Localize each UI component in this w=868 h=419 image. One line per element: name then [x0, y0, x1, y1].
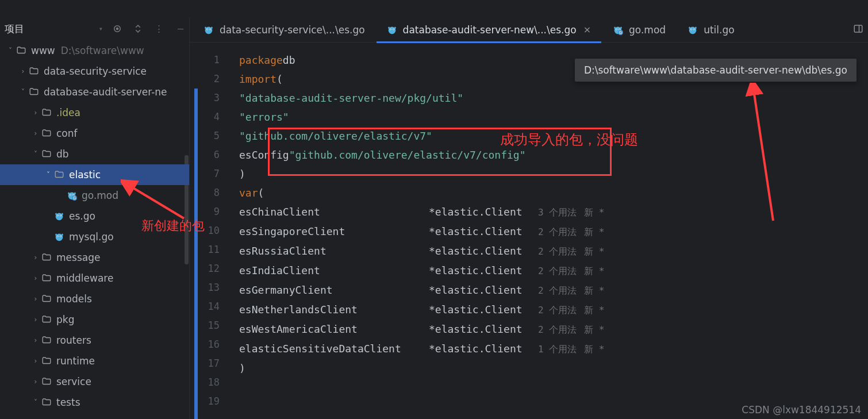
- folder-icon: [40, 335, 53, 345]
- project-tree[interactable]: ˅wwwD:\software\www›data-security-servic…: [0, 40, 189, 419]
- code-line[interactable]: elasticSensitiveDataClient*elastic.Clien…: [239, 339, 868, 359]
- tree-item-label: routers: [56, 335, 91, 346]
- tree-file[interactable]: ·mysql.go: [0, 226, 189, 247]
- tree-file[interactable]: ·es.go: [0, 206, 189, 226]
- code-line[interactable]: var (: [239, 183, 868, 202]
- tree-item-label: models: [56, 293, 92, 305]
- tree-folder[interactable]: ›runtime: [0, 351, 189, 371]
- folder-icon: [40, 294, 53, 304]
- tree-item-label: .idea: [56, 107, 80, 118]
- tree-folder[interactable]: ›.idea: [0, 102, 189, 123]
- svg-point-29: [210, 29, 210, 29]
- tree-folder[interactable]: ›pkg: [0, 309, 189, 330]
- tree-folder[interactable]: ˅db: [0, 144, 189, 164]
- tree-file[interactable]: ·Ggo.mod: [0, 185, 189, 206]
- split-right-icon[interactable]: [853, 24, 863, 36]
- tree-arrow-icon[interactable]: ›: [31, 109, 40, 117]
- code-line[interactable]: esWestAmericaClient*elastic.Client2 个用法 …: [239, 320, 868, 339]
- svg-point-52: [694, 29, 694, 29]
- tree-arrow-icon[interactable]: ˅: [31, 398, 40, 406]
- folder-icon: [28, 66, 40, 76]
- tree-folder[interactable]: ›message: [0, 247, 189, 268]
- tree-folder[interactable]: ˅elastic: [0, 164, 189, 185]
- svg-point-30: [205, 26, 206, 29]
- chevron-down-icon[interactable]: ▾: [99, 25, 103, 33]
- tree-arrow-icon[interactable]: ›: [31, 357, 40, 365]
- gutter: 12345678910111213141516171819: [194, 43, 229, 419]
- svg-point-23: [55, 234, 57, 236]
- tree-item-label: db: [56, 148, 69, 160]
- code-line[interactable]: esGermanyClient*elastic.Client2 个用法 新 *: [239, 280, 868, 300]
- svg-point-7: [68, 193, 70, 195]
- svg-point-36: [393, 29, 394, 29]
- code-line[interactable]: esIndiaClient*elastic.Client2 个用法 新 *: [239, 261, 868, 280]
- sidebar-title[interactable]: 项目: [5, 22, 24, 36]
- tree-arrow-icon[interactable]: ›: [31, 378, 40, 386]
- tree-arrow-icon[interactable]: ›: [31, 336, 40, 344]
- code-line[interactable]: esConfig "github.com/olivere/elastic/v7/…: [239, 145, 868, 164]
- code-line[interactable]: esRussiaClient*elastic.Client2 个用法 新 *: [239, 241, 868, 261]
- tree-item-label: pkg: [56, 314, 74, 325]
- tree-arrow-icon[interactable]: ›: [31, 295, 40, 303]
- go-package-icon: G: [613, 25, 623, 35]
- tree-folder[interactable]: ›data-security-service: [0, 61, 189, 82]
- path-tooltip: D:\software\www\database-audit-server-ne…: [575, 59, 857, 82]
- code-line[interactable]: "database-audit-server-new/pkg/util": [239, 89, 868, 107]
- code-line[interactable]: esNetherlandsClient*elastic.Client2 个用法 …: [239, 300, 868, 320]
- svg-rect-55: [854, 25, 862, 32]
- tree-item-label: data-security-service: [44, 66, 147, 77]
- svg-point-1: [117, 28, 118, 30]
- code-content[interactable]: package dbimport ( "database-audit-serve…: [229, 43, 868, 419]
- code-line[interactable]: "errors": [239, 107, 868, 126]
- code-editor[interactable]: 12345678910111213141516171819 package db…: [190, 43, 868, 419]
- svg-point-6: [73, 194, 74, 195]
- tree-item-label: middleware: [56, 272, 113, 284]
- tree-arrow-icon[interactable]: ›: [31, 129, 40, 137]
- sidebar-header: 项目 ▾ ⋮ —: [0, 17, 189, 40]
- folder-icon: [40, 376, 53, 387]
- code-line[interactable]: esChinaClient*elastic.Client3 个用法 新 *: [239, 202, 868, 222]
- tree-arrow-icon[interactable]: ˅: [6, 47, 15, 55]
- editor-tab[interactable]: data-security-service\...\es.go: [193, 17, 375, 43]
- editor-tab[interactable]: util.go: [677, 17, 744, 43]
- tree-folder[interactable]: ˅database-audit-server-ne: [0, 82, 189, 102]
- tree-arrow-icon[interactable]: ›: [31, 274, 40, 282]
- tree-folder[interactable]: ›middleware: [0, 268, 189, 289]
- code-line[interactable]: "github.com/olivere/elastic/v7": [239, 126, 868, 145]
- editor-tabs: data-security-service\...\es.godatabase-…: [190, 17, 868, 43]
- select-opened-file-icon[interactable]: [111, 22, 124, 35]
- go-file-icon: [387, 25, 397, 35]
- svg-point-45: [620, 26, 622, 29]
- tree-folder[interactable]: ›conf: [0, 123, 189, 144]
- close-icon[interactable]: ×: [583, 24, 591, 35]
- folder-icon: [40, 252, 53, 263]
- code-line[interactable]: ): [239, 164, 868, 183]
- settings-icon[interactable]: ⋮: [152, 22, 165, 35]
- tree-arrow-icon[interactable]: ›: [31, 253, 40, 262]
- folder-icon: [40, 107, 53, 118]
- code-line[interactable]: ): [239, 359, 868, 378]
- svg-point-24: [62, 234, 63, 236]
- tree-item-label: conf: [56, 128, 78, 139]
- editor-tab[interactable]: Ggo.mod: [602, 17, 676, 43]
- hide-icon[interactable]: —: [173, 22, 186, 35]
- editor-tab[interactable]: database-audit-server-new\...\es.go×: [377, 17, 601, 43]
- tree-arrow-icon[interactable]: ˅: [44, 171, 53, 179]
- tree-folder[interactable]: ˅tests: [0, 392, 189, 413]
- tree-folder[interactable]: ›models: [0, 289, 189, 309]
- tree-arrow-icon[interactable]: ›: [31, 316, 40, 324]
- tree-folder[interactable]: ›service: [0, 371, 189, 392]
- tab-label: database-audit-server-new\...\es.go: [403, 24, 577, 36]
- code-line[interactable]: esSingaporeClient*elastic.Client2 个用法 新 …: [239, 222, 868, 241]
- go-file-icon: [53, 211, 66, 221]
- expand-all-icon[interactable]: [132, 22, 144, 35]
- tree-folder[interactable]: ›routers: [0, 330, 189, 351]
- svg-point-54: [695, 26, 697, 29]
- tree-arrow-icon[interactable]: ˅: [31, 150, 40, 158]
- tree-arrow-icon[interactable]: ˅: [18, 88, 28, 96]
- folder-icon: [28, 87, 40, 97]
- go-file-icon: [53, 232, 66, 242]
- tree-folder[interactable]: ˅wwwD:\software\www: [0, 40, 189, 61]
- tree-arrow-icon[interactable]: ›: [18, 67, 28, 75]
- svg-text:G: G: [619, 30, 622, 34]
